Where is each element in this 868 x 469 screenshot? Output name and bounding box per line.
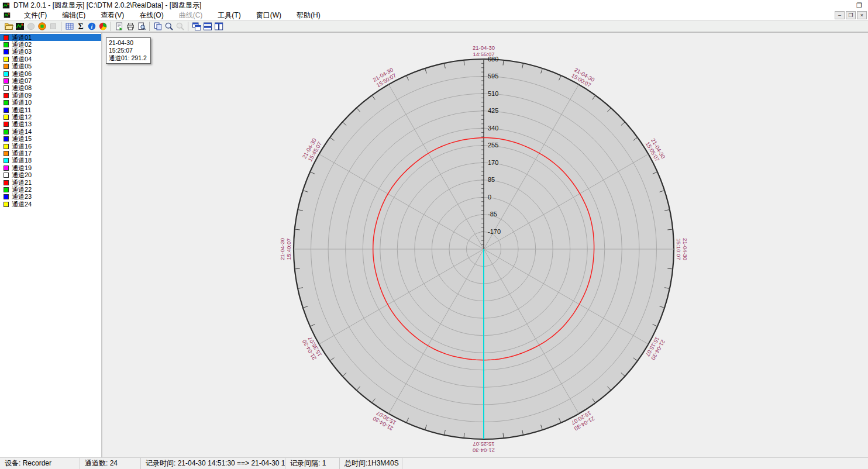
tooltip-time: 15:25:07 <box>109 47 148 54</box>
menu-item-2[interactable]: 查看(V) <box>93 11 132 20</box>
channel-color-swatch <box>4 49 9 54</box>
channel-color-swatch <box>4 78 9 84</box>
open-file-icon[interactable] <box>3 20 14 32</box>
title-bar: DTM 2.0.1 - [圆盘显示] [C:\DTM 2.0.2\RealDat… <box>0 0 868 11</box>
channel-color-swatch <box>4 71 9 77</box>
status-segment-0: 设备: Recorder <box>0 458 80 469</box>
channel-color-swatch <box>4 144 9 149</box>
mdi-window-controls: –❐× <box>835 11 868 19</box>
toolbar-separator <box>149 22 150 31</box>
channel-color-swatch <box>4 151 9 156</box>
data-table-icon[interactable] <box>64 20 75 32</box>
menu-item-1[interactable]: 编辑(E) <box>54 11 93 20</box>
status-segment-1: 通道数: 24 <box>80 458 141 469</box>
mdi-minimize-icon[interactable]: – <box>835 11 845 19</box>
channel-color-swatch <box>4 100 9 105</box>
menu-item-6[interactable]: 窗口(W) <box>249 11 289 20</box>
time-label-date: 21-04-30 <box>682 238 688 260</box>
channel-color-swatch <box>4 42 9 47</box>
menu-item-0[interactable]: 文件(F) <box>16 11 54 20</box>
tile-horizontal-icon[interactable] <box>202 20 213 32</box>
value-axis-label: 255 <box>488 142 498 149</box>
value-axis-label: -85 <box>488 211 497 218</box>
status-segment-3: 记录间隔: 1 <box>285 458 340 469</box>
value-axis-label: 425 <box>488 107 498 114</box>
channel-list: 通道01通道02通道03通道04通道05通道06通道07通道08通道09通道10… <box>0 34 101 208</box>
value-axis-label: 510 <box>488 90 498 97</box>
mdi-close-icon[interactable]: × <box>857 11 867 19</box>
status-segment-2: 记录时间: 21-04-30 14:51:30 ==> 21-04-30 15:… <box>141 458 285 469</box>
mdi-child-icon <box>4 12 11 19</box>
zoom-icon[interactable] <box>163 20 174 32</box>
record-idle-icon <box>25 20 36 32</box>
tooltip-value: 通道01: 291.2 <box>109 54 148 62</box>
time-label: 21-04-3015:40:07 <box>279 238 292 260</box>
info-icon[interactable]: i <box>86 20 97 32</box>
channel-color-swatch <box>4 108 9 113</box>
client-area: 通道01通道02通道03通道04通道05通道06通道07通道08通道09通道10… <box>0 32 868 457</box>
value-axis-label: -170 <box>488 228 501 235</box>
value-axis-label: 0 <box>488 194 491 201</box>
time-label-time: 15:10:07 <box>676 239 682 260</box>
channel-color-swatch <box>4 35 9 40</box>
print-preview-icon[interactable] <box>136 20 147 32</box>
chart-panel: 680595510425340255170850-85-17021-04-301… <box>102 33 868 457</box>
stop-icon <box>47 20 58 32</box>
restore-icon[interactable]: ❐ <box>850 0 868 11</box>
toolbar: Σi <box>0 20 868 32</box>
time-label-time: 15:25:07 <box>473 441 495 447</box>
time-label-time: 14:55:07 <box>473 51 495 57</box>
channel-color-swatch <box>4 57 9 62</box>
channel-color-swatch <box>4 187 9 192</box>
export-icon[interactable] <box>113 20 125 32</box>
time-label: 21-04-3015:25:07 <box>473 441 495 454</box>
status-bar: 设备: Recorder通道数: 24记录时间: 21-04-30 14:51:… <box>0 457 868 469</box>
channel-sidebar: 通道01通道02通道03通道04通道05通道06通道07通道08通道09通道10… <box>0 33 102 457</box>
status-segment-4: 总时间:1H3M40S <box>340 458 402 469</box>
svg-text:i: i <box>91 23 92 30</box>
menu-bar: 文件(F)编辑(E)查看(V)在线(O)曲线(C)工具(T)窗口(W)帮助(H)… <box>0 11 868 20</box>
channel-color-swatch <box>4 136 9 142</box>
channel-color-swatch <box>4 158 9 163</box>
channel-color-swatch <box>4 64 9 69</box>
channel-color-swatch <box>4 85 9 91</box>
status-segment-empty <box>402 458 868 469</box>
menu-items: 文件(F)编辑(E)查看(V)在线(O)曲线(C)工具(T)窗口(W)帮助(H) <box>16 11 328 20</box>
channel-color-swatch <box>4 180 9 185</box>
channel-color-swatch <box>4 173 9 178</box>
window-title: DTM 2.0.1 - [圆盘显示] [C:\DTM 2.0.2\RealDat… <box>13 1 201 11</box>
value-axis-label: 595 <box>488 73 498 80</box>
channel-color-swatch <box>4 93 9 98</box>
time-label: 21-04-3015:10:07 <box>676 238 688 260</box>
menu-item-4[interactable]: 曲线(C) <box>171 11 211 20</box>
time-label-date: 21-04-30 <box>279 238 285 260</box>
channel-label: 通道24 <box>12 200 32 209</box>
mdi-restore-icon[interactable]: ❐ <box>846 11 856 19</box>
menu-item-3[interactable]: 在线(O) <box>132 11 171 20</box>
pie-chart-icon[interactable] <box>97 20 108 32</box>
record-active-icon[interactable] <box>36 20 47 32</box>
channel-color-swatch <box>4 122 9 127</box>
toolbar-separator <box>111 22 111 31</box>
time-label-time: 15:40:07 <box>285 239 292 260</box>
value-axis-label: 170 <box>488 159 498 166</box>
tooltip-date: 21-04-30 <box>109 39 148 47</box>
channel-list-item[interactable]: 通道24 <box>0 201 101 208</box>
print-icon[interactable] <box>125 20 136 32</box>
cascade-windows-icon[interactable] <box>191 20 202 32</box>
time-label: 21-04-3014:55:07 <box>473 44 495 57</box>
polar-chart-svg[interactable]: 680595510425340255170850-85-17021-04-301… <box>102 33 867 458</box>
channel-color-swatch <box>4 165 9 171</box>
channel-color-swatch <box>4 129 9 135</box>
copy-icon[interactable] <box>152 20 163 32</box>
time-label-date: 21-04-30 <box>473 447 495 454</box>
trend-logo-icon[interactable] <box>14 20 25 32</box>
menu-item-5[interactable]: 工具(T) <box>210 11 248 20</box>
menu-item-7[interactable]: 帮助(H) <box>289 11 328 20</box>
svg-text:Σ: Σ <box>78 22 83 31</box>
sum-icon[interactable]: Σ <box>75 20 86 32</box>
tile-vertical-icon[interactable] <box>213 20 224 32</box>
toolbar-separator <box>188 22 188 31</box>
channel-color-swatch <box>4 202 9 207</box>
value-axis-label: 340 <box>488 125 498 132</box>
